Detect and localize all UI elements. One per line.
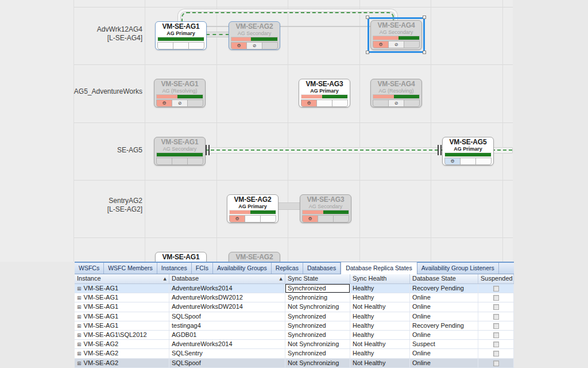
status-cell[interactable]	[260, 215, 276, 223]
connector-grip-icon[interactable]	[438, 145, 442, 155]
cell-instance[interactable]: ⊞VM-SE-AG2	[75, 359, 169, 367]
cell-database-state[interactable]: Recovery Pending	[410, 321, 478, 330]
cell-instance[interactable]: ⊞VM-SE-AG1	[75, 312, 169, 321]
tab-replicas[interactable]: Replicas	[272, 263, 303, 274]
cell-sync-state[interactable]: Not Synchronizing	[285, 359, 350, 367]
vm-node-vm-se-ag2-clipped[interactable]: VM-SE-AG2	[229, 252, 280, 262]
expand-plus-icon[interactable]: ⊞	[77, 361, 82, 366]
tab-availability-group-listeners[interactable]: Availability Group Listeners	[417, 263, 499, 274]
vm-node-vm-se-ag3-secondary[interactable]: VM-SE-AG3 AG Secondary ⚙	[300, 194, 351, 223]
gear-red-icon[interactable]: ⚙	[302, 215, 318, 223]
expand-plus-icon[interactable]: ⊞	[77, 342, 82, 347]
column-header-instance[interactable]: Instance▲	[75, 274, 169, 283]
tab-databases[interactable]: Databases	[303, 263, 341, 274]
table-row[interactable]: ⊞VM-SE-AG2AdventureWorks2014Not Synchron…	[75, 340, 514, 349]
selection-handle[interactable]	[366, 51, 369, 54]
status-cell[interactable]	[333, 215, 349, 223]
cell-sync-state[interactable]: Synchronized	[285, 284, 350, 293]
selection-handle[interactable]	[423, 16, 426, 19]
blocked-icon[interactable]: ⊘	[388, 99, 404, 107]
table-row[interactable]: ⊞VM-SE-AG1\SQL2012AGDB01SynchronizedHeal…	[75, 331, 514, 340]
table-row[interactable]: ⊞VM-SE-AG1testingag4SynchronizedHealthyR…	[75, 321, 514, 331]
tab-database-replica-states[interactable]: Database Replica States	[341, 262, 417, 274]
status-cell[interactable]	[404, 99, 420, 107]
gear-red-icon[interactable]: ⚙	[156, 99, 172, 107]
cell-database-state[interactable]: Online	[410, 293, 478, 302]
vm-node-vm-se-ag5-primary[interactable]: VM-SE-AG5 AG Primary ⚙	[442, 137, 494, 166]
vm-node-vm-se-ag2-primary[interactable]: VM-SE-AG2 AG Primary ⚙	[227, 194, 278, 223]
cell-sync-health[interactable]: Healthy	[350, 284, 410, 293]
selection-handle[interactable]	[423, 51, 426, 54]
table-row[interactable]: ⊞VM-SE-AG1AdventureWorksDW2012Synchroniz…	[75, 293, 514, 302]
vm-node-vm-se-ag2-secondary[interactable]: VM-SE-AG2 AG Secondary ⚙⊘	[229, 21, 280, 50]
vm-node-vm-se-ag4-resolving[interactable]: VM-SE-AG4 AG (Resolving) ⊘	[370, 79, 422, 108]
cell-database[interactable]: AdventureWorksDW2012	[169, 293, 285, 302]
selection-handle[interactable]	[366, 16, 369, 19]
status-cell[interactable]	[262, 42, 278, 49]
connector-grip-icon[interactable]	[206, 145, 210, 155]
cell-database-state[interactable]: Suspect	[410, 340, 478, 348]
cell-database[interactable]: AdventureWorks2014	[169, 340, 285, 348]
suspended-checkbox[interactable]	[493, 361, 499, 366]
cell-database[interactable]: AGDB01	[169, 331, 285, 339]
cell-instance[interactable]: ⊞VM-SE-AG2	[75, 349, 169, 358]
cell-sync-health[interactable]: Healthy	[350, 293, 410, 302]
cell-sync-health[interactable]: Not Healthy	[350, 359, 410, 367]
cell-instance[interactable]: ⊞VM-SE-AG2	[75, 340, 169, 348]
gear-blue-icon[interactable]: ⚙	[444, 158, 461, 165]
cell-database[interactable]: SQLSpoof	[169, 312, 285, 321]
cell-sync-state[interactable]: Synchronized	[285, 331, 350, 339]
expand-plus-icon[interactable]: ⊞	[77, 295, 82, 301]
cell-database[interactable]: SQLSpoof	[169, 359, 285, 367]
cell-sync-state[interactable]: Synchronizing	[285, 293, 350, 302]
blocked-icon[interactable]: ⊘	[246, 42, 262, 49]
column-header-sync-state[interactable]: Sync State	[285, 274, 350, 283]
cell-database[interactable]: AdventureWorks2014	[169, 284, 285, 293]
status-cell[interactable]	[187, 158, 203, 165]
gear-red-icon[interactable]: ⚙	[229, 215, 245, 223]
ag-topology-diagram[interactable]: AdvWrk12AG4 [L-SE-AG4] AG5_AdventureWork…	[0, 0, 513, 262]
status-cell[interactable]	[332, 99, 348, 107]
suspended-checkbox[interactable]	[493, 323, 499, 329]
vm-node-vm-se-ag1-secondary[interactable]: VM-SE-AG1 AG Secondary	[154, 137, 206, 166]
blocked-icon[interactable]: ⊘	[172, 99, 188, 107]
cell-instance[interactable]: ⊞VM-SE-AG1	[75, 321, 169, 330]
suspended-checkbox[interactable]	[493, 304, 499, 310]
gear-red-icon[interactable]: ⚙	[301, 99, 317, 107]
cell-sync-health[interactable]: Healthy	[350, 349, 410, 358]
expand-plus-icon[interactable]: ⊞	[77, 286, 82, 292]
table-row[interactable]: ⊞VM-SE-AG1SQLSpoofSynchronizedHealthyOnl…	[75, 312, 514, 321]
expand-plus-icon[interactable]: ⊞	[77, 314, 82, 320]
cell-sync-health[interactable]: Healthy	[350, 331, 410, 339]
cell-database-state[interactable]: Online	[410, 349, 478, 358]
status-cell[interactable]	[173, 42, 189, 49]
cell-sync-state[interactable]: Synchronized	[285, 312, 350, 321]
status-cell[interactable]	[187, 99, 203, 107]
status-cell[interactable]	[245, 215, 261, 223]
gear-red-icon[interactable]: ⚙	[373, 41, 389, 48]
cell-sync-health[interactable]: Not Healthy	[350, 302, 410, 311]
status-cell[interactable]	[404, 41, 420, 48]
table-row[interactable]: ⊞VM-SE-AG1AdventureWorksDW2014Not Synchr…	[75, 302, 514, 312]
status-cell[interactable]	[188, 42, 204, 49]
suspended-checkbox[interactable]	[493, 295, 499, 301]
cell-instance[interactable]: ⊞VM-SE-AG1	[75, 302, 169, 311]
cell-database-state[interactable]: Online	[410, 312, 478, 321]
vm-node-vm-se-ag1-clipped[interactable]: VM-SE-AG1	[155, 252, 207, 262]
suspended-checkbox[interactable]	[493, 314, 499, 320]
status-cell[interactable]	[373, 99, 389, 107]
suspended-checkbox[interactable]	[493, 286, 499, 292]
tab-fcis[interactable]: FCIs	[192, 263, 213, 274]
blocked-icon[interactable]: ⊘	[388, 41, 404, 48]
tab-wsfcs[interactable]: WSFCs	[75, 263, 104, 274]
status-cell[interactable]	[156, 158, 172, 165]
column-header-database-state[interactable]: Database State	[410, 274, 478, 283]
cell-instance[interactable]: ⊞VM-SE-AG1	[75, 293, 169, 302]
cell-sync-health[interactable]: Healthy	[350, 321, 410, 330]
table-row[interactable]: ⊞VM-SE-AG2SQLSentrySynchronizedHealthyOn…	[75, 349, 514, 358]
expand-plus-icon[interactable]: ⊞	[77, 323, 82, 329]
vm-node-vm-se-ag4-selected[interactable]: VM-SE-AG4 AG Secondary ⚙⊘	[370, 20, 422, 50]
expand-plus-icon[interactable]: ⊞	[77, 332, 82, 338]
cell-sync-state[interactable]: Synchronized	[285, 349, 350, 358]
tab-wsfc-members[interactable]: WSFC Members	[104, 263, 157, 274]
